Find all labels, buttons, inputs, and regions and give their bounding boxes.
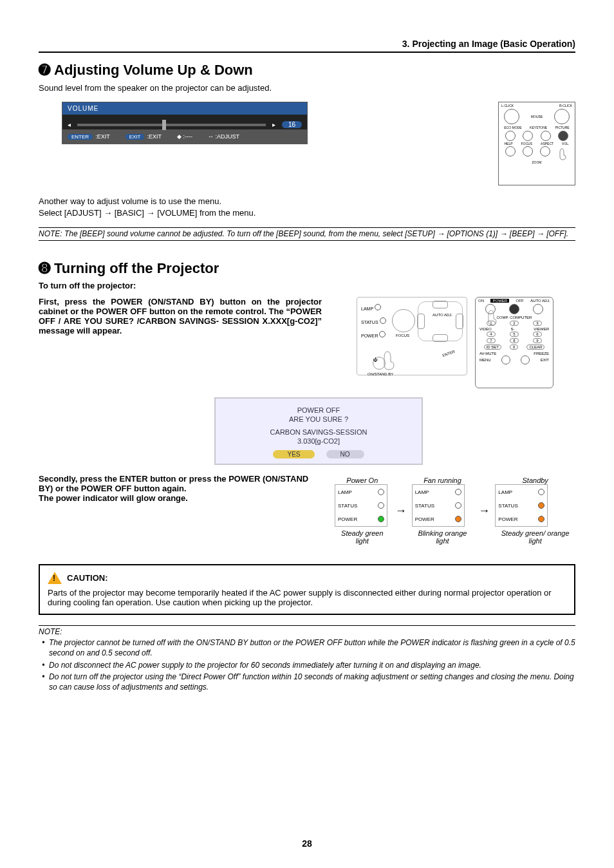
- remote-control-illustration: ON POWER OFF AUTO ADJ. COMP. COMPUTER 1 …: [475, 297, 554, 388]
- on-label: ON: [478, 299, 484, 303]
- s7-intro: Sound level from the speaker on the proj…: [39, 82, 575, 94]
- panel2-bottom: Blinking orange light: [412, 529, 474, 545]
- dlg-l3: CARBON SAVINGS-SESSION: [216, 428, 422, 436]
- help-icon: [505, 146, 516, 156]
- arrow2-icon: →: [478, 504, 490, 518]
- autoadj-btn-icon: [533, 304, 543, 314]
- warning-triangle-icon: !: [48, 572, 62, 584]
- caution-box: ! CAUTION: Parts of the projector may be…: [39, 564, 575, 615]
- picture-icon: [541, 131, 551, 141]
- note-item-2: Do not disconnect the AC power supply to…: [49, 660, 575, 670]
- power-label: POWER: [361, 331, 386, 338]
- osd-volume-box: VOLUME ◂ ▸ 16 ENTER:EXIT EXIT:EXIT ◆ :--…: [62, 102, 308, 144]
- dialog-yes-button[interactable]: YES: [273, 450, 314, 458]
- lamp-label: LAMP: [361, 304, 386, 311]
- power-led-icon: [379, 331, 386, 337]
- status-led3-icon: [538, 502, 544, 509]
- avmute-label: AV-MUTE: [479, 352, 496, 355]
- menu-knob-icon: [501, 355, 510, 364]
- hand-icon: [557, 146, 569, 160]
- osd-title: VOLUME: [62, 102, 307, 115]
- poweroff-dialog: POWER OFF ARE YOU SURE ? CARBON SAVINGS-…: [214, 397, 423, 465]
- power-led2-icon: [455, 516, 461, 522]
- dpad-right-icon: [456, 314, 463, 329]
- s8-step2b: The power indicator will glow orange.: [39, 493, 322, 503]
- panel2-box: LAMP STATUS POWER: [412, 484, 465, 527]
- status-led2-icon: [455, 502, 461, 509]
- heading-adjust-volume: ➐ Adjusting Volume Up & Down: [39, 62, 575, 79]
- focus-label: FOCUS: [521, 142, 533, 146]
- power-led1-icon: [378, 516, 384, 522]
- viewer-label: VIEWER: [534, 327, 549, 331]
- hand-icon-3: [485, 308, 504, 330]
- mouse-label: MOUSE: [531, 115, 543, 118]
- exit-label: EXIT: [541, 358, 549, 362]
- status-led-icon: [380, 317, 386, 324]
- heading-turn-off: ➑ Turning off the Projector: [39, 260, 575, 277]
- heading-text-8: Turning off the Projector: [54, 260, 219, 277]
- aspect-label: ASPECT: [541, 142, 554, 146]
- arrow1-icon: →: [395, 504, 407, 518]
- picture-label: PICTURE: [555, 126, 570, 129]
- notes-head: NOTE:: [39, 627, 575, 636]
- indicator-panels: Power On LAMP STATUS POWER Steady green …: [335, 476, 575, 545]
- panel1-top: Power On: [335, 476, 390, 484]
- k3: 3: [533, 321, 541, 326]
- lamp-led3-icon: [538, 489, 544, 495]
- lamp-led2-icon: [455, 489, 461, 495]
- osd-foot-leftright: ↔ :ADJUST: [208, 133, 239, 140]
- computer-label: COMPUTER: [510, 316, 532, 319]
- k0: 0: [510, 344, 518, 350]
- panel2-top: Fan running: [412, 476, 474, 484]
- s7-note: NOTE: The [BEEP] sound volume cannot be …: [39, 227, 575, 241]
- dlg-l1: POWER OFF: [216, 406, 422, 414]
- dpad-up-icon: [433, 301, 448, 308]
- section-path: 3. Projecting an Image (Basic Operation): [39, 39, 575, 53]
- k9: 9: [533, 338, 541, 343]
- help-label: HELP: [505, 142, 513, 146]
- keystone-icon: [523, 131, 533, 141]
- volume-slider[interactable]: [77, 124, 266, 126]
- lamp-led1-icon: [378, 489, 384, 495]
- remote-lclick-label: L-CLICK: [501, 104, 514, 108]
- exit-knob-icon: [521, 355, 530, 364]
- panel3-bottom: Steady green/ orange light: [495, 529, 575, 545]
- hand-icon-2: [380, 348, 404, 373]
- dpad-down-icon: [433, 334, 448, 342]
- note-item-1: The projector cannot be turned off with …: [49, 637, 575, 658]
- k6: 6: [533, 332, 541, 337]
- remote-rclick-label: R-CLICK: [559, 104, 572, 108]
- status-led1-icon: [378, 502, 384, 509]
- page-number: 28: [0, 838, 614, 849]
- vol-icon: [558, 131, 568, 141]
- s7-para2a: Another way to adjust volume is to use t…: [39, 196, 575, 207]
- power-label-rem: POWER: [490, 299, 509, 303]
- arrow-right-icon: ▸: [272, 121, 275, 128]
- rclick-icon: [554, 109, 570, 124]
- k7: 7: [487, 338, 495, 343]
- s8-step1: First, press the POWER (ON/STAND BY) but…: [39, 297, 322, 335]
- eco-label: ECO MODE: [504, 126, 521, 129]
- off-btn-icon: [509, 304, 519, 314]
- focus-label-proj: FOCUS: [396, 334, 409, 337]
- off-label: OFF: [516, 299, 524, 303]
- power-led3-icon: [538, 516, 544, 522]
- idset-btn: ID SET: [484, 344, 501, 350]
- panel1-bottom: Steady green light: [335, 529, 390, 545]
- slider-knob[interactable]: [162, 120, 166, 130]
- keystone-label: KEYSTONE: [530, 126, 547, 129]
- heading-num-7: ➐: [39, 62, 50, 79]
- s7-para2b: Select [ADJUST] → [BASIC] → [VOLUME] fro…: [39, 207, 575, 219]
- dlg-l4: 3.030[g-CO2]: [216, 437, 422, 445]
- heading-text-7: Adjusting Volume Up & Down: [54, 62, 253, 79]
- dialog-no-button[interactable]: NO: [326, 450, 364, 458]
- panel3-box: LAMP STATUS POWER: [495, 484, 548, 527]
- remote-illustration-top: L-CLICK R-CLICK MOUSE ECO MODEKEYSTONEPI…: [498, 102, 575, 185]
- eco-icon: [505, 131, 516, 141]
- caution-body: Parts of the projector may become tempor…: [48, 588, 566, 607]
- k5: 5: [510, 332, 518, 337]
- osd-foot-updown: ◆ :----: [177, 133, 192, 140]
- s8-step2a: Secondly, press the ENTER button or pres…: [39, 474, 322, 493]
- dlg-l2: ARE YOU SURE ?: [216, 415, 422, 423]
- caution-head-text: CAUTION:: [67, 573, 108, 583]
